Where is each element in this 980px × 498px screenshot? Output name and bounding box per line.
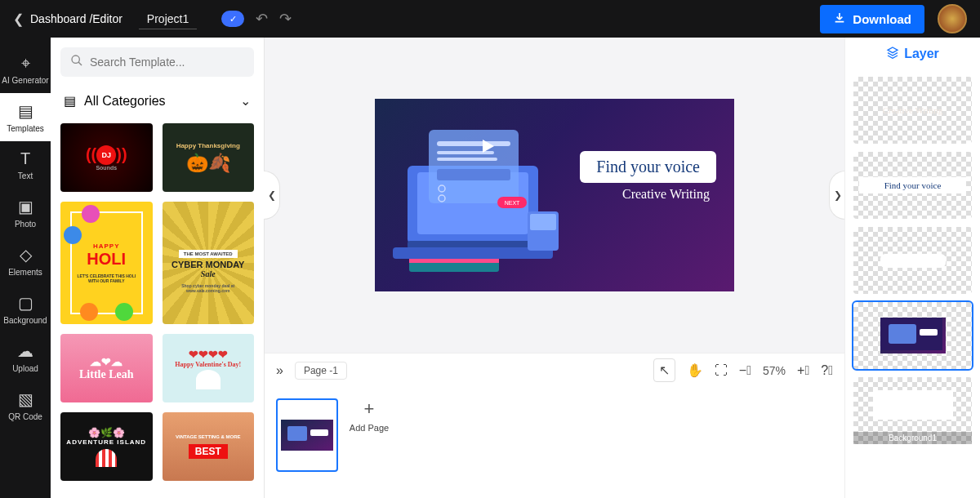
- rail-ai-generator[interactable]: ⌖AI Generator: [0, 46, 51, 93]
- pages-strip: + Add Page: [265, 387, 844, 498]
- fullscreen-icon[interactable]: ⛶: [715, 363, 728, 378]
- rail-background[interactable]: ▢Background: [0, 285, 51, 333]
- categories-label: All Categories: [84, 94, 166, 109]
- collapse-pages-icon[interactable]: »: [276, 363, 283, 378]
- avatar[interactable]: [938, 4, 967, 33]
- svg-rect-20: [287, 426, 307, 441]
- template-thumb[interactable]: ❤❤❤❤ Happy Valentine's Day!: [163, 334, 255, 402]
- svg-rect-9: [437, 169, 510, 180]
- zoom-out-icon[interactable]: −⃝: [739, 363, 751, 378]
- template-thumb[interactable]: ((DJ)) Sounds: [60, 123, 153, 192]
- templates-panel: ▤ All Categories ⌄ ((DJ)) Sounds Happy T…: [51, 38, 265, 498]
- upload-icon: ☁: [17, 341, 33, 361]
- svg-point-0: [72, 56, 79, 63]
- rail-text[interactable]: TText: [0, 141, 51, 189]
- plus-icon: +: [364, 398, 375, 420]
- layers-list: Creative Writing Find your voice Backgro…: [845, 70, 980, 498]
- canvas-headline-box[interactable]: Find your voice: [580, 151, 716, 183]
- back-icon: ❮: [13, 11, 24, 27]
- layers-panel: Layer Creative Writing Find your voice B…: [844, 38, 980, 498]
- svg-rect-18: [409, 259, 499, 263]
- layer-item[interactable]: Find your voice: [853, 152, 972, 219]
- qrcode-icon: ▧: [18, 389, 33, 409]
- templates-icon: ▤: [18, 101, 33, 121]
- canvas-area[interactable]: ❮ ❯ NEXT: [265, 38, 844, 353]
- template-thumb[interactable]: Happy Thanksgiving 🎃🍂: [163, 123, 255, 192]
- download-label: Download: [853, 12, 911, 26]
- elements-icon: ◇: [20, 245, 32, 265]
- layer-item[interactable]: Background1: [853, 377, 972, 444]
- svg-rect-16: [530, 214, 556, 230]
- canvas-toolbar: » Page -1 ↖ ✋ ⛶ −⃝ 57% +⃝ ?⃝: [265, 353, 844, 387]
- collapse-left-button[interactable]: ❮: [264, 171, 280, 220]
- svg-rect-6: [437, 141, 510, 146]
- template-thumb[interactable]: HAPPY HOLI LET'S CELEBRATE THIS HOLIWITH…: [60, 202, 153, 324]
- background-icon: ▢: [18, 293, 33, 313]
- search-input-wrap[interactable]: [60, 47, 254, 77]
- left-rail: ⌖AI Generator ▤Templates TText ▣Photo ◇E…: [0, 38, 51, 498]
- rail-qr-code[interactable]: ▧QR Code: [0, 381, 51, 429]
- svg-text:NEXT: NEXT: [505, 200, 520, 206]
- collapse-right-button[interactable]: ❯: [829, 171, 845, 220]
- page-indicator[interactable]: Page -1: [295, 362, 347, 380]
- canvas-headline: Find your voice: [596, 158, 700, 176]
- breadcrumb-path: Dashboard /Editor: [30, 12, 122, 25]
- redo-icon[interactable]: ↷: [279, 10, 292, 28]
- template-thumb[interactable]: ☁❤☁ Little Leah: [60, 334, 153, 402]
- zoom-level[interactable]: 57%: [763, 364, 786, 377]
- rail-templates[interactable]: ▤Templates: [0, 93, 51, 141]
- rail-photo[interactable]: ▣Photo: [0, 189, 51, 237]
- ai-icon: ⌖: [21, 54, 30, 73]
- add-page-label: Add Page: [350, 423, 389, 433]
- project-name-input[interactable]: Project1: [139, 9, 197, 29]
- svg-rect-23: [889, 324, 916, 344]
- template-grid: ((DJ)) Sounds Happy Thanksgiving 🎃🍂 HAPP…: [60, 123, 254, 481]
- hand-tool-icon[interactable]: ✋: [687, 362, 703, 378]
- zoom-in-icon[interactable]: +⃝: [797, 363, 809, 378]
- download-button[interactable]: Download: [820, 5, 924, 33]
- page-thumbnail-preview: [281, 420, 333, 451]
- layer-item[interactable]: [853, 302, 972, 369]
- search-icon: [70, 54, 83, 70]
- template-thumb[interactable]: 🌸🌿🌸 ADVENTURE ISLAND: [60, 412, 153, 481]
- add-page-button[interactable]: + Add Page: [346, 398, 392, 433]
- rail-elements[interactable]: ◇Elements: [0, 237, 51, 285]
- undo-icon[interactable]: ↶: [256, 10, 268, 28]
- template-thumb[interactable]: VINTAGE SETTING & MORE BEST: [163, 412, 255, 481]
- layers-icon: [886, 46, 899, 62]
- photo-icon: ▣: [18, 197, 33, 216]
- editor-center: ❮ ❯ NEXT: [265, 38, 844, 498]
- cursor-tool-icon[interactable]: ↖: [653, 358, 675, 382]
- autosave-check-icon: ✓: [221, 11, 244, 27]
- svg-rect-21: [310, 429, 328, 436]
- help-icon[interactable]: ?⃝: [821, 363, 833, 378]
- breadcrumb[interactable]: ❮ Dashboard /Editor: [13, 11, 122, 27]
- download-icon: [833, 11, 846, 27]
- page-thumbnail[interactable]: [276, 398, 338, 472]
- svg-rect-24: [920, 329, 938, 336]
- search-input[interactable]: [90, 56, 244, 69]
- canvas-illustration: NEXT: [385, 107, 572, 282]
- chevron-down-icon: ⌄: [240, 93, 251, 109]
- rail-upload[interactable]: ☁Upload: [0, 333, 51, 381]
- svg-rect-7: [437, 151, 494, 154]
- layers-title[interactable]: Layer: [845, 38, 980, 70]
- canvas-subline[interactable]: Creative Writing: [622, 187, 710, 202]
- layer-item[interactable]: [853, 227, 972, 294]
- text-icon: T: [20, 149, 30, 168]
- svg-rect-8: [437, 158, 497, 161]
- categories-icon: ▤: [64, 93, 76, 109]
- categories-dropdown[interactable]: ▤ All Categories ⌄: [60, 88, 254, 113]
- layer-item[interactable]: Creative Writing: [853, 77, 972, 144]
- top-bar: ❮ Dashboard /Editor Project1 ✓ ↶ ↷ Downl…: [0, 0, 980, 38]
- template-thumb[interactable]: THE MOST AWAITED CYBER MONDAY Sale Shop …: [163, 202, 255, 324]
- design-canvas[interactable]: NEXT Find your voice Creative Writing: [375, 99, 734, 291]
